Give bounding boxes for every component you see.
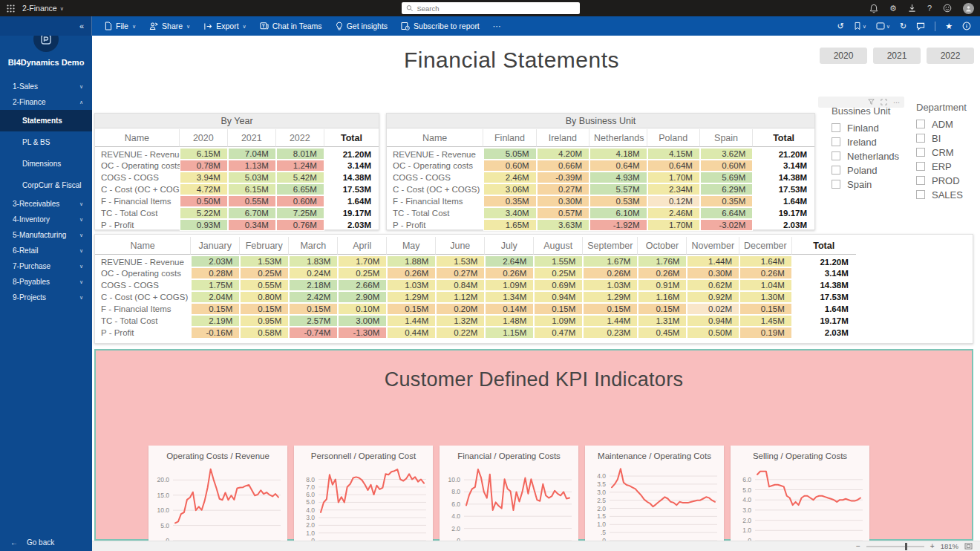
toolbar-item-file[interactable]: File∨ — [99, 16, 141, 36]
row-header[interactable]: REVENUE - Revenue — [387, 147, 483, 160]
column-header-total[interactable]: Total — [753, 129, 814, 147]
total-cell[interactable]: 14.38M — [792, 279, 856, 291]
row-header[interactable]: OC - Operating costs — [95, 160, 180, 172]
row-header[interactable]: COGS - COGS — [95, 279, 191, 291]
row-header[interactable]: C - Cost (OC + COGS) — [387, 183, 483, 195]
kpi-card-2[interactable]: Financial / Operating Costs10.08.06.04.0… — [440, 446, 578, 551]
slicer-option-bi[interactable]: BI — [916, 131, 967, 145]
sidebar-item-2-finance[interactable]: 2-Finance∧ — [0, 94, 92, 110]
slicer-option-adm[interactable]: ADM — [916, 117, 967, 131]
value-cell[interactable]: 7.04M — [228, 147, 276, 160]
toolbar-item--[interactable]: ⋯ — [488, 16, 506, 36]
value-cell[interactable]: 1.34M — [485, 291, 534, 303]
column-header-name[interactable]: Name — [387, 129, 483, 147]
value-cell[interactable]: 1.70M — [647, 172, 700, 183]
value-cell[interactable]: 0.66M — [537, 160, 589, 172]
value-cell[interactable]: 0.15M — [638, 303, 687, 315]
value-cell[interactable]: 0.69M — [534, 279, 583, 291]
value-cell[interactable]: 0.84M — [436, 279, 485, 291]
value-cell[interactable]: 0.58M — [240, 327, 289, 339]
row-header[interactable]: C - Cost (OC + COGS) — [95, 291, 191, 303]
zoom-in-button[interactable]: + — [930, 542, 935, 550]
value-cell[interactable]: 5.69M — [700, 172, 753, 183]
notifications-icon[interactable] — [869, 4, 878, 13]
value-cell[interactable]: 0.60M — [483, 160, 536, 172]
value-cell[interactable]: 0.35M — [700, 195, 753, 207]
help-icon[interactable]: ? — [927, 4, 932, 13]
sidebar-item-1-sales[interactable]: 1-Sales∨ — [0, 79, 92, 94]
value-cell[interactable]: 1.44M — [583, 315, 638, 327]
total-cell[interactable]: 21.20M — [792, 255, 856, 267]
checkbox[interactable] — [832, 137, 840, 146]
value-cell[interactable]: 1.31M — [638, 315, 687, 327]
row-header[interactable]: REVENUE - Revenue — [95, 255, 191, 267]
value-cell[interactable]: 0.55M — [240, 279, 289, 291]
checkbox[interactable] — [832, 180, 840, 189]
slicer-option-ireland[interactable]: Ireland — [832, 135, 899, 149]
slicer-option-sales[interactable]: SALES — [916, 188, 967, 201]
value-cell[interactable]: 0.44M — [387, 327, 436, 339]
value-cell[interactable]: 1.76M — [638, 255, 687, 267]
total-cell[interactable]: 1.64M — [792, 303, 856, 315]
total-cell[interactable]: 3.14M — [753, 160, 814, 172]
total-cell[interactable]: 1.64M — [753, 195, 814, 207]
value-cell[interactable]: 2.66M — [338, 279, 387, 291]
value-cell[interactable]: 5.03M — [228, 172, 276, 183]
total-cell[interactable]: 3.14M — [324, 160, 379, 172]
value-cell[interactable]: 0.50M — [180, 195, 228, 207]
value-cell[interactable]: 6.65M — [276, 183, 324, 195]
value-cell[interactable]: 0.26M — [638, 267, 687, 279]
column-header-march[interactable]: March — [289, 237, 338, 255]
value-cell[interactable]: 0.60M — [276, 195, 324, 207]
kpi-card-1[interactable]: Personnell / Operating Cost8.07.06.05.04… — [294, 446, 433, 551]
sidebar-item-4-inventory[interactable]: 4-Inventory∨ — [0, 212, 92, 227]
value-cell[interactable]: 7.25M — [276, 207, 324, 219]
value-cell[interactable]: 0.64M — [647, 160, 700, 172]
checkbox[interactable] — [916, 162, 925, 171]
sidebar-item-8-payables[interactable]: 8-Payables∨ — [0, 274, 92, 290]
column-header-finland[interactable]: Finland — [483, 129, 536, 147]
value-cell[interactable]: 0.14M — [485, 303, 534, 315]
value-cell[interactable]: 3.00M — [338, 315, 387, 327]
value-cell[interactable]: 2.03M — [191, 255, 240, 267]
value-cell[interactable]: 0.62M — [687, 279, 739, 291]
total-cell[interactable]: 14.38M — [324, 172, 379, 183]
value-cell[interactable]: 0.94M — [687, 315, 739, 327]
row-header[interactable]: P - Profit — [95, 327, 191, 339]
value-cell[interactable]: 1.13M — [228, 160, 276, 172]
total-cell[interactable]: 17.53M — [324, 183, 379, 195]
total-cell[interactable]: 2.03M — [753, 219, 814, 231]
value-cell[interactable]: 0.35M — [483, 195, 536, 207]
value-cell[interactable]: 0.25M — [534, 267, 583, 279]
value-cell[interactable]: -3.02M — [700, 219, 753, 231]
favorite-star-icon[interactable]: ★ — [945, 22, 953, 31]
sidebar-item-6-retail[interactable]: 6-Retail∨ — [0, 243, 92, 258]
row-header[interactable]: TC - Total Cost — [95, 207, 180, 219]
column-header-august[interactable]: August — [534, 237, 583, 255]
value-cell[interactable]: 6.15M — [228, 183, 276, 195]
checkbox[interactable] — [916, 134, 925, 143]
year-button-2021[interactable]: 2021 — [873, 48, 921, 64]
sidebar-item-statements[interactable]: Statements — [0, 110, 92, 131]
collapse-sidebar-button[interactable]: « — [0, 16, 92, 36]
value-cell[interactable]: 0.25M — [240, 267, 289, 279]
row-header[interactable]: COGS - COGS — [95, 172, 180, 183]
toolbar-item-subscribe-to-report[interactable]: Subscribe to report — [396, 16, 485, 36]
value-cell[interactable]: 5.05M — [483, 147, 536, 160]
value-cell[interactable]: 4.15M — [647, 147, 700, 160]
value-cell[interactable]: 5.57M — [589, 183, 647, 195]
view-mode-icon[interactable]: ∨ — [876, 22, 890, 30]
value-cell[interactable]: 0.02M — [687, 303, 739, 315]
bookmarks-icon[interactable]: ∨ — [854, 22, 866, 30]
value-cell[interactable]: -0.16M — [191, 327, 240, 339]
value-cell[interactable]: 0.28M — [191, 267, 240, 279]
row-header[interactable]: F - Financial Items — [387, 195, 483, 207]
value-cell[interactable]: 1.45M — [739, 315, 792, 327]
value-cell[interactable]: 3.63M — [537, 219, 589, 231]
value-cell[interactable]: 4.72M — [180, 183, 228, 195]
zoom-slider-thumb[interactable] — [905, 543, 907, 550]
value-cell[interactable]: 0.78M — [180, 160, 228, 172]
column-header-april[interactable]: April — [338, 237, 387, 255]
value-cell[interactable]: 1.29M — [583, 291, 638, 303]
value-cell[interactable]: 0.55M — [228, 195, 276, 207]
